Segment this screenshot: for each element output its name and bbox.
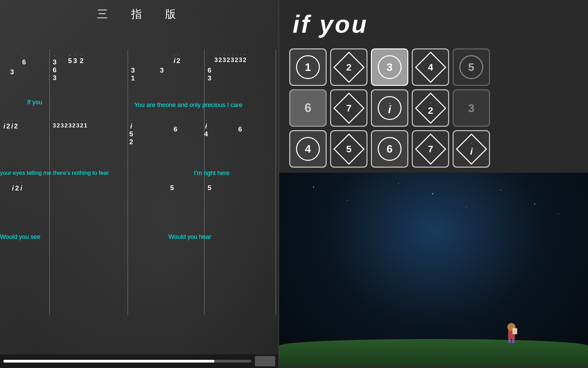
- svg-rect-2: [512, 328, 517, 334]
- lyric-eyes: your eyes telling me there's nothing to …: [0, 170, 109, 177]
- note-btn-r3-4[interactable]: 4: [289, 130, 327, 168]
- note-col-2: 3 1: [131, 66, 135, 82]
- right-panel: if you 1 2 3 4: [279, 0, 588, 368]
- star: [500, 190, 501, 190]
- progress-track[interactable]: [3, 360, 251, 363]
- bar-line-15: [204, 242, 205, 290]
- note-seq-row2-left: ·i ·2 ·i ·2: [3, 119, 18, 130]
- note-btn-2[interactable]: 2: [330, 48, 368, 86]
- note-btn-4[interactable]: 4: [412, 48, 449, 86]
- star: [558, 214, 559, 214]
- note-5-row3-right: 5: [208, 184, 211, 192]
- bar-line-13: [49, 242, 50, 290]
- note-btn-6-label: 6: [305, 101, 311, 115]
- progress-handle[interactable]: [255, 356, 275, 366]
- character: [503, 322, 520, 346]
- note-btn-r3-5[interactable]: 5: [330, 130, 368, 168]
- note-btn-r3-5-label: 5: [346, 143, 352, 154]
- note-btn-3dot[interactable]: 3: [453, 89, 490, 127]
- note-btn-4-label: 4: [428, 62, 433, 73]
- note-btn-3-label: 3: [387, 61, 393, 74]
- star: [347, 200, 348, 201]
- lyric-would-hear: Would you hear: [168, 233, 211, 241]
- note-btn-r3-6[interactable]: 6: [371, 130, 408, 168]
- bar-line-9: [49, 180, 50, 224]
- note-btn-2dot-label: 2: [428, 105, 433, 116]
- note-btn-r3-6-label: 6: [387, 143, 393, 155]
- video-preview: [279, 173, 588, 366]
- lyric-right-here: I'm right here: [194, 170, 229, 177]
- progress-bar-container[interactable]: [0, 354, 279, 368]
- note-btn-3-active[interactable]: 3: [371, 48, 408, 86]
- note-btn-1dot[interactable]: · i: [371, 89, 408, 127]
- star: [534, 203, 535, 204]
- star: [432, 193, 433, 194]
- note-i2-dotted: · i · 2: [174, 53, 180, 65]
- lyric-precious: You are theone and only precious I care: [134, 102, 243, 109]
- note-grid: 1 2 3 4 5 6: [279, 45, 588, 171]
- note-3-mid: 3: [160, 66, 164, 74]
- note-btn-5[interactable]: 5: [453, 48, 490, 86]
- bar-line-14: [128, 242, 128, 290]
- note-btn-2-label: 2: [346, 62, 352, 73]
- note-3-left: 3: [10, 68, 14, 76]
- note-btn-r3-4-label: 4: [305, 143, 311, 155]
- note-6-dot: · 6: [22, 53, 26, 66]
- star: [398, 183, 399, 184]
- lyric-if-you: If you: [27, 99, 42, 106]
- bar-line-12: [276, 180, 276, 224]
- star: [313, 186, 314, 187]
- note-btn-7[interactable]: 7: [330, 89, 368, 127]
- note-col-1: · 3 6 3: [53, 53, 56, 82]
- bar-line-5: [49, 116, 50, 177]
- bar-line-10: [128, 180, 128, 224]
- note-btn-1-label: 1: [305, 61, 311, 74]
- bar-line-6: [128, 116, 128, 177]
- note-btn-r3-1ddot-label: i: [470, 146, 473, 156]
- note-btn-5-label: 5: [468, 61, 474, 74]
- note-btn-7-label: 7: [346, 103, 352, 113]
- svg-rect-4: [512, 338, 514, 343]
- note-col-row2-1: · i 5 2: [129, 119, 133, 146]
- note-btn-6-active[interactable]: 6: [289, 89, 327, 127]
- sheet-title: 三 指 版: [0, 7, 279, 22]
- lyric-would-see: Would you see: [0, 233, 40, 241]
- svg-rect-3: [508, 338, 511, 343]
- note-btn-r3-7-label: 7: [428, 143, 433, 154]
- star: [466, 207, 467, 208]
- bar-line-8: [276, 116, 276, 177]
- note-6-row2-right: 6: [238, 125, 242, 133]
- note-col-row2-2: · i 4: [204, 119, 208, 138]
- note-5-row3: 5: [170, 184, 174, 192]
- note-btn-1dot-label: i: [388, 103, 391, 116]
- note-col-3: 6 3: [208, 66, 211, 82]
- bar-line-16: [276, 242, 276, 290]
- note-btn-r3-7[interactable]: 7: [412, 130, 449, 168]
- ground: [279, 339, 588, 366]
- note-seq-row3: ·i ·2 ·i: [12, 181, 22, 192]
- sheet-content: 3 · 6 · 3 6 3 ·· 5 · 3 ·: [0, 24, 279, 348]
- lyrics-display: if you: [279, 0, 588, 45]
- note-seq-dotted: ·3 ·2 ·3 ·2 ·3 ·2 ·3 ··2: [214, 53, 246, 64]
- note-seq-row2-mid: ·3 ·2 ·3 ·2 ·3 ·2 ·3 ·2 ·1: [53, 119, 87, 129]
- note-btn-r3-1ddot[interactable]: · i: [453, 130, 490, 168]
- note-btn-2dot[interactable]: · 2: [412, 89, 449, 127]
- sheet-music-panel: 三 指 版 3 · 6 · 3 6 3 ·· 5: [0, 0, 279, 368]
- progress-fill: [3, 360, 214, 363]
- bar-line-11: [204, 180, 205, 224]
- note-6-row2: 6: [174, 125, 177, 133]
- note-btn-3dot-label: 3: [468, 102, 475, 115]
- note-seq-top1: ·· 5 · 3 · 2: [68, 53, 83, 65]
- note-btn-1[interactable]: 1: [289, 48, 327, 86]
